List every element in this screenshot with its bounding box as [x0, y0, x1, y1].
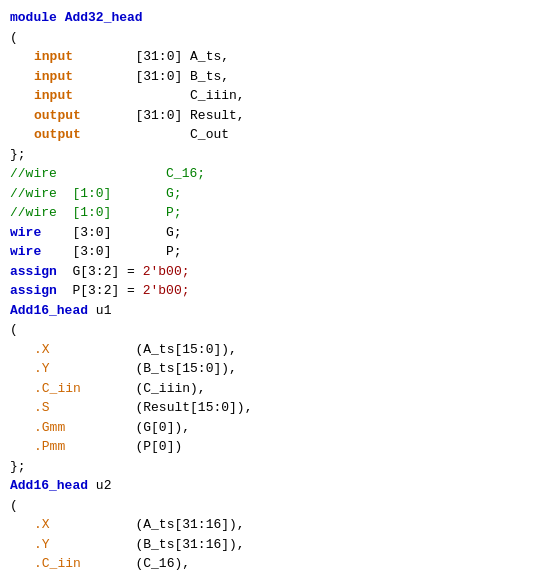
code-line: .Y (B_ts[15:0]),	[10, 359, 550, 379]
code-line: output [31:0] Result,	[10, 106, 550, 126]
code-line: (	[10, 496, 550, 516]
code-line: wire [3:0] P;	[10, 242, 550, 262]
code-line: (	[10, 28, 550, 48]
code-line: };	[10, 457, 550, 477]
code-line: assign G[3:2] = 2'b00;	[10, 262, 550, 282]
code-line: //wire [1:0] P;	[10, 203, 550, 223]
code-line: wire [3:0] G;	[10, 223, 550, 243]
code-line: .Gmm (G[0]),	[10, 418, 550, 438]
code-line: .C_iin (C_iiin),	[10, 379, 550, 399]
code-line: .X (A_ts[31:16]),	[10, 515, 550, 535]
code-line: };	[10, 145, 550, 165]
code-line: (	[10, 320, 550, 340]
code-line: output C_out	[10, 125, 550, 145]
code-line: //wire [1:0] G;	[10, 184, 550, 204]
code-line: .Y (B_ts[31:16]),	[10, 535, 550, 555]
code-line: module Add32_head	[10, 8, 550, 28]
code-line: .S (Result[15:0]),	[10, 398, 550, 418]
code-line: //wire C_16;	[10, 164, 550, 184]
code-container: module Add32_head(input [31:0] A_ts,inpu…	[0, 0, 560, 576]
code-line: .X (A_ts[15:0]),	[10, 340, 550, 360]
code-line: .C_iin (C_16),	[10, 554, 550, 574]
code-line: input [31:0] B_ts,	[10, 67, 550, 87]
code-line: input C_iiin,	[10, 86, 550, 106]
code-lines: module Add32_head(input [31:0] A_ts,inpu…	[10, 8, 550, 576]
code-line: Add16_head u2	[10, 476, 550, 496]
code-line: Add16_head u1	[10, 301, 550, 321]
code-line: input [31:0] A_ts,	[10, 47, 550, 67]
code-line: .Pmm (P[0])	[10, 437, 550, 457]
code-line: assign P[3:2] = 2'b00;	[10, 281, 550, 301]
